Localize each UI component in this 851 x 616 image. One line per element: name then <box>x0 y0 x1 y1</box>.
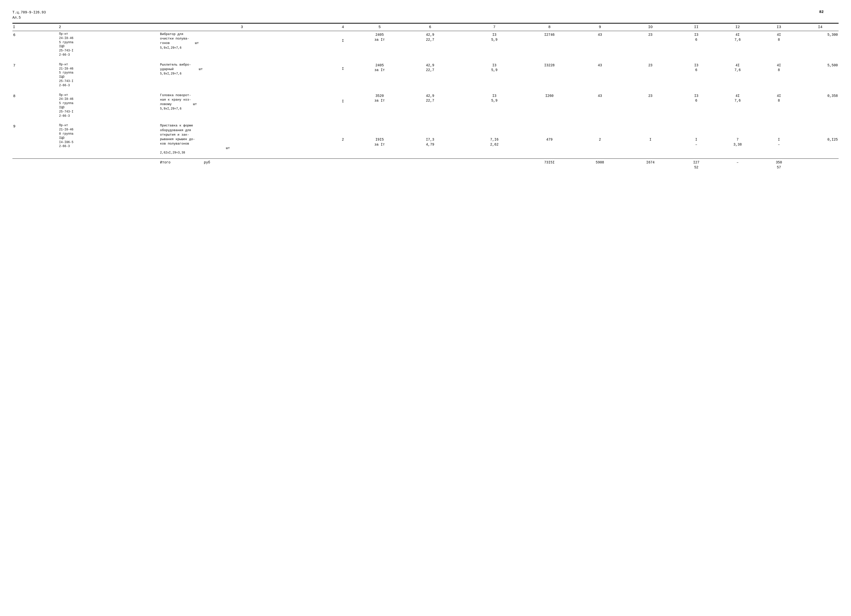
итого-empty1 <box>12 159 59 171</box>
row9-col12: 73,38 <box>719 122 756 156</box>
row8-col9: 43 <box>573 92 628 119</box>
row9-col6: І7,34,79 <box>398 122 462 156</box>
col-header-9: 9 <box>573 24 628 31</box>
row7-col7: І35,9 <box>462 62 526 89</box>
row7-col10: 23 <box>627 62 674 89</box>
итого-col4 <box>325 159 361 171</box>
row6-col2: Пр-нт24-І8-465 группаІЦО25-743-І2-66-3 <box>59 31 159 58</box>
spacer-row-3 <box>12 119 839 122</box>
document-header: Т.ц.709-9-І26.93 Ал.5 82 <box>12 10 839 20</box>
row9-num: 9 <box>12 122 59 156</box>
doc-reference: Т.ц.709-9-І26.93 Ал.5 <box>12 10 46 20</box>
row7-col14: 5,500 <box>802 62 839 89</box>
row6-col3: Вибратор дляочистки полува-гонов шт 5,9х… <box>159 31 325 58</box>
table-row: 6 Пр-нт24-І8-465 группаІЦО25-743-І2-66-3… <box>12 31 839 58</box>
col-header-6: 6 <box>398 24 462 31</box>
итого-col14 <box>802 159 839 171</box>
итого-col10: І674 <box>627 159 674 171</box>
итого-row: Итого руб 73І5І 5908 І674 І2752 – 35057 <box>12 159 839 171</box>
итого-empty2 <box>59 159 159 171</box>
row7-col3: Рыхлитель вибро-ударный шт 5,9хІ,29=7,6 <box>159 62 325 89</box>
row6-col10: 23 <box>627 31 674 58</box>
итого-label: Итого руб <box>159 159 325 171</box>
row6-col13: 4І8 <box>756 31 802 58</box>
col-header-2: 2 <box>59 24 159 31</box>
row9-col13: І– <box>756 122 802 156</box>
row9-col11: І– <box>674 122 719 156</box>
col-header-8: 8 <box>526 24 573 31</box>
итого-col8: 73І5І <box>526 159 573 171</box>
row6-col9: 43 <box>573 31 628 58</box>
table-row: 9 Пр-нт21-І8-460 группаІЦОІ4-І06-52-66-3… <box>12 122 839 156</box>
row9-col10: І <box>627 122 674 156</box>
row7-col9: 43 <box>573 62 628 89</box>
col-header-5: 5 <box>361 24 398 31</box>
col-header-11: II <box>674 24 719 31</box>
row8-col13: 4І8 <box>756 92 802 119</box>
row8-col8: І260 <box>526 92 573 119</box>
col-header-7: 7 <box>462 24 526 31</box>
row8-col2: Пр-нт24-І8-465 группаІЦО25-743-І2-66-3 <box>59 92 159 119</box>
итого-col13: 35057 <box>756 159 802 171</box>
col-header-14: I4 <box>802 24 839 31</box>
doc-sub: Ал.5 <box>12 15 46 20</box>
row6-col11: І36 <box>674 31 719 58</box>
row8-col7: І35,9 <box>462 92 526 119</box>
spacer-row-2 <box>12 89 839 92</box>
итого-col12: – <box>719 159 756 171</box>
row8-num: 8 <box>12 92 59 119</box>
col-header-3: 3 <box>159 24 325 31</box>
итого-col7 <box>462 159 526 171</box>
row9-col2: Пр-нт21-І8-460 группаІЦОІ4-І06-52-66-3 <box>59 122 159 156</box>
итого-col11: І2752 <box>674 159 719 171</box>
row7-col8: І3228 <box>526 62 573 89</box>
spacer-row-4 <box>12 156 839 159</box>
doc-number: Т.ц.709-9-І26.93 <box>12 10 46 15</box>
row6-col4: І <box>325 31 361 58</box>
column-headers: I 2 3 4 5 6 7 8 9 IO II I2 I3 I4 <box>12 24 839 31</box>
row6-col14: 5,300 <box>802 31 839 58</box>
row8-col4: І <box>325 92 361 119</box>
col-header-12: I2 <box>719 24 756 31</box>
row9-col3: Приставка к формеоборудования дляоткрыти… <box>159 122 325 156</box>
row6-col8: І2746 <box>526 31 573 58</box>
page-number: 82 <box>819 10 824 20</box>
row7-col6: 42,922,7 <box>398 62 462 89</box>
row7-num: 7 <box>12 62 59 89</box>
row8-col6: 42,922,7 <box>398 92 462 119</box>
row7-col2: Пр-нт21-І8-465 группаІЦО25-743-І2-66-3 <box>59 62 159 89</box>
table-row: 8 Пр-нт24-І8-465 группаІЦО25-743-І2-66-3… <box>12 92 839 119</box>
row7-col12: 4І7,6 <box>719 62 756 89</box>
table-row: 7 Пр-нт21-І8-465 группаІЦО25-743-І2-66-3… <box>12 62 839 89</box>
spacer-row-1 <box>12 58 839 62</box>
col-header-13: I3 <box>756 24 802 31</box>
row9-col5: І9І5за Іт <box>361 122 398 156</box>
row9-col7: 7,І62,62 <box>462 122 526 156</box>
row6-col12: 4І7,6 <box>719 31 756 58</box>
row6-num: 6 <box>12 31 59 58</box>
main-table: I 2 3 4 5 6 7 8 9 IO II I2 I3 I4 6 Пр-нт… <box>12 24 839 171</box>
col-header-1: I <box>12 24 59 31</box>
row9-col9: 2 <box>573 122 628 156</box>
итого-col9: 5908 <box>573 159 628 171</box>
row7-col11: І36 <box>674 62 719 89</box>
row6-col6: 42,922,7 <box>398 31 462 58</box>
col-header-4: 4 <box>325 24 361 31</box>
row8-col14: 0,358 <box>802 92 839 119</box>
row6-col5: 2405за Іт <box>361 31 398 58</box>
row8-col3: Головка поворот-ная к крану коз-ловому ш… <box>159 92 325 119</box>
row7-col13: 4І8 <box>756 62 802 89</box>
row9-col8: 479 <box>526 122 573 156</box>
row7-col5: 2405за Іт <box>361 62 398 89</box>
row7-col4: І <box>325 62 361 89</box>
итого-col5 <box>361 159 398 171</box>
row8-col12: 4І7,6 <box>719 92 756 119</box>
row6-col7: І35,9 <box>462 31 526 58</box>
row8-col5: 3520за Іт <box>361 92 398 119</box>
row9-col14: 0,І25 <box>802 122 839 156</box>
row8-col10: 23 <box>627 92 674 119</box>
row9-col4: 2 <box>325 122 361 156</box>
col-header-10: IO <box>627 24 674 31</box>
итого-col6 <box>398 159 462 171</box>
row8-col11: І36 <box>674 92 719 119</box>
